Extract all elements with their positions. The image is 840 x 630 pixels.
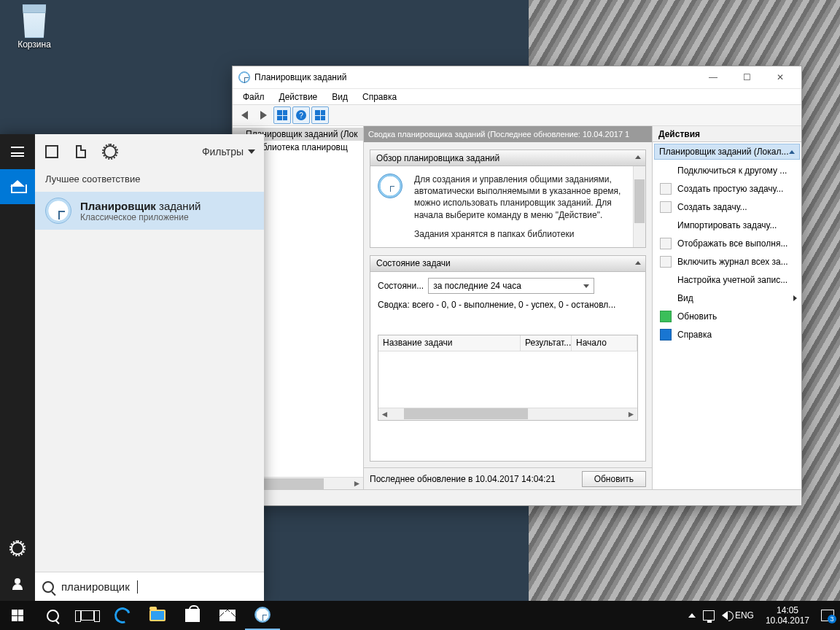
taskbar-store[interactable] xyxy=(175,601,210,630)
overview-group: Обзор планировщика заданий Для создания … xyxy=(370,149,646,248)
edge-icon xyxy=(112,604,133,626)
network-icon[interactable] xyxy=(703,610,715,621)
best-match-heading: Лучшее соответствие xyxy=(35,169,264,192)
task-scheduler-window: Планировщик заданий — ☐ ✕ Файл Действие … xyxy=(232,66,802,506)
overview-text-2: Задания хранятся в папках библиотеки xyxy=(414,228,638,240)
action-connect[interactable]: Подключиться к другому ... xyxy=(653,161,801,179)
taskbar-explorer[interactable] xyxy=(140,601,175,630)
task-icon xyxy=(660,183,672,195)
search-button[interactable] xyxy=(35,601,70,630)
titlebar[interactable]: Планировщик заданий — ☐ ✕ xyxy=(233,66,801,88)
filters-dropdown[interactable]: Фильтры xyxy=(202,146,255,158)
mail-icon xyxy=(219,610,236,621)
person-icon xyxy=(12,578,23,588)
store-icon xyxy=(185,609,200,622)
actions-title: Действия xyxy=(653,126,801,142)
nav-back-button[interactable] xyxy=(236,106,253,124)
result-title: Планировщик заданий xyxy=(80,200,201,212)
action-create-basic-task[interactable]: Создать простую задачу... xyxy=(653,179,801,198)
action-refresh[interactable]: Обновить xyxy=(653,307,801,325)
action-view[interactable]: Вид xyxy=(653,289,801,307)
clock-icon xyxy=(45,198,71,224)
overview-text: Для создания и управления общими задания… xyxy=(414,174,638,221)
taskbar-edge[interactable] xyxy=(105,601,140,630)
taskbar: ENG 14:05 10.04.2017 xyxy=(0,601,840,630)
file-explorer-icon xyxy=(149,610,166,621)
overview-header[interactable]: Обзор планировщика заданий xyxy=(370,150,645,166)
taskbar-clock[interactable]: 14:05 10.04.2017 xyxy=(761,605,814,626)
search-result-task-scheduler[interactable]: Планировщик заданий Классическое приложе… xyxy=(35,192,264,230)
task-table-body xyxy=(378,351,637,408)
action-center-button[interactable] xyxy=(821,610,834,621)
col-start[interactable]: Начало xyxy=(572,335,637,351)
actions-subtitle[interactable]: Планировщик заданий (Локал... xyxy=(654,144,800,160)
col-task-name[interactable]: Название задачи xyxy=(378,335,521,351)
statusbar xyxy=(233,489,801,505)
toolbar-button-1[interactable] xyxy=(273,106,291,124)
chevron-up-icon xyxy=(635,261,641,265)
scope-apps[interactable] xyxy=(44,144,60,160)
rail-settings-button[interactable] xyxy=(0,531,35,566)
col-result[interactable]: Результат... xyxy=(521,335,572,351)
action-account-config[interactable]: Настройка учетной запис... xyxy=(653,271,801,289)
maximize-button[interactable]: ☐ xyxy=(730,66,763,88)
gear-icon xyxy=(11,542,24,555)
menu-action[interactable]: Действие xyxy=(273,90,324,104)
action-enable-history[interactable]: Включить журнал всех за... xyxy=(653,252,801,271)
menu-file[interactable]: Файл xyxy=(237,90,271,104)
search-icon xyxy=(47,610,59,622)
menu-help[interactable]: Справка xyxy=(357,90,402,104)
tray-overflow-button[interactable] xyxy=(688,613,696,618)
state-header[interactable]: Состояние задачи xyxy=(370,256,645,272)
action-create-task[interactable]: Создать задачу... xyxy=(653,198,801,216)
refresh-button[interactable]: Обновить xyxy=(582,471,646,487)
scope-settings[interactable] xyxy=(102,144,118,160)
rail-menu-button[interactable] xyxy=(0,134,35,169)
taskbar-mail[interactable] xyxy=(210,601,245,630)
result-subtitle: Классическое приложение xyxy=(80,212,201,222)
start-search-panel: Фильтры Лучшее соответствие Планировщик … xyxy=(0,134,264,601)
center-footer: Последнее обновление в 10.04.2017 14:04:… xyxy=(364,467,652,489)
arrow-left-icon xyxy=(241,111,248,120)
rail-home-button[interactable] xyxy=(0,169,35,204)
scope-documents[interactable] xyxy=(73,144,89,160)
log-icon xyxy=(660,256,672,268)
chevron-up-icon xyxy=(635,155,641,159)
nav-forward-button[interactable] xyxy=(254,106,272,124)
refresh-icon xyxy=(660,311,672,322)
taskbar-task-scheduler[interactable] xyxy=(245,601,280,630)
action-show-running[interactable]: Отображать все выполня... xyxy=(653,234,801,252)
search-input-row[interactable]: планировщик xyxy=(35,572,264,601)
clock-icon xyxy=(254,607,271,623)
center-header: Сводка планировщика заданий (Последнее о… xyxy=(364,126,652,142)
clock-icon xyxy=(378,174,402,198)
volume-icon[interactable] xyxy=(722,611,728,620)
minimize-button[interactable]: — xyxy=(696,66,730,88)
rail-feedback-button[interactable] xyxy=(0,566,35,601)
input-language[interactable]: ENG xyxy=(735,610,754,621)
action-import-task[interactable]: Импортировать задачу... xyxy=(653,216,801,234)
menu-view[interactable]: Вид xyxy=(326,90,354,104)
toolbar-button-3[interactable] xyxy=(311,106,329,124)
task-view-button[interactable] xyxy=(70,601,105,630)
task-table-hscroll[interactable]: ◄► xyxy=(378,408,637,420)
start-button[interactable] xyxy=(0,601,35,630)
help-icon xyxy=(660,329,672,341)
desktop-icon-recycle-bin[interactable]: Корзина xyxy=(7,4,61,50)
toolbar-help-button[interactable]: ? xyxy=(292,106,310,124)
actions-pane: Действия Планировщик заданий (Локал... П… xyxy=(653,126,801,489)
menubar: Файл Действие Вид Справка xyxy=(233,88,801,104)
submenu-arrow-icon xyxy=(793,295,797,301)
search-query: планировщик xyxy=(61,580,130,593)
recycle-bin-icon xyxy=(18,4,51,38)
close-button[interactable]: ✕ xyxy=(763,66,797,88)
action-help[interactable]: Справка xyxy=(653,325,801,343)
apps-icon xyxy=(45,145,58,158)
search-rail xyxy=(0,134,35,601)
state-period-combo[interactable]: за последние 24 часа xyxy=(428,278,594,294)
text-caret xyxy=(137,580,138,594)
app-icon xyxy=(238,71,250,83)
overview-scrollbar[interactable] xyxy=(633,166,645,247)
gear-icon xyxy=(104,145,117,158)
list-icon xyxy=(660,238,672,249)
